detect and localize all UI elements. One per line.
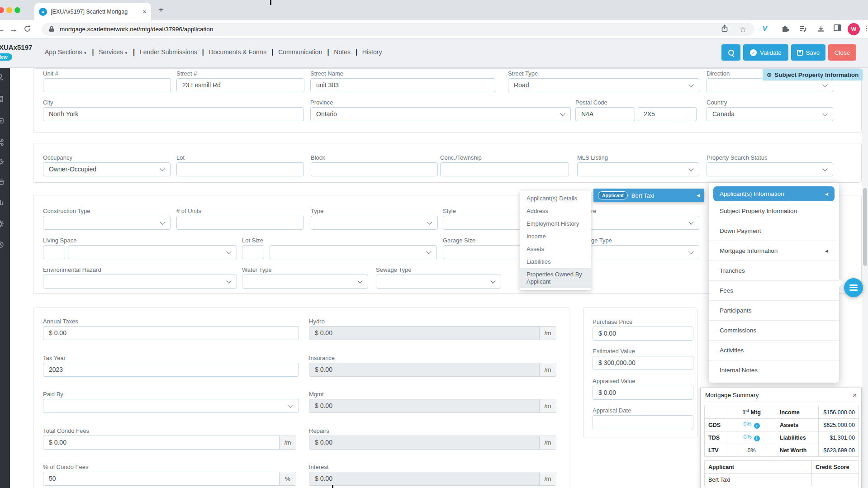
menu-item-activities[interactable]: Activities — [709, 341, 839, 360]
mgmt-input[interactable]: $ 0.00 — [309, 399, 540, 413]
lot-size-unit-select[interactable] — [270, 245, 437, 259]
total-condo-fees-input[interactable]: $ 0.00 — [43, 436, 280, 450]
menu-item-income[interactable]: Income — [520, 230, 591, 243]
side-panel-icon[interactable] — [834, 24, 841, 31]
lot-size-input[interactable] — [242, 245, 264, 259]
id-card-icon[interactable] — [0, 117, 5, 125]
clock-icon[interactable] — [0, 241, 5, 249]
browser-tab[interactable]: ▲ [EXUAx5197] Scarlett Mortgag × — [34, 3, 151, 20]
conc-township-input[interactable] — [440, 162, 569, 176]
menu-item-address[interactable]: Address — [520, 205, 591, 218]
gear-icon[interactable] — [0, 220, 5, 228]
card-icon[interactable] — [0, 178, 5, 186]
extensions-puzzle-icon[interactable] — [781, 25, 789, 35]
menu-item-assets[interactable]: Assets — [520, 243, 591, 256]
window-minimize-button[interactable] — [6, 7, 12, 13]
scrollbar-track[interactable] — [862, 68, 868, 488]
appraised-value-input[interactable]: $ 0.00 — [593, 386, 693, 400]
applicant-bar[interactable]: Applicant Bert Taxi ◀ — [593, 189, 704, 202]
close-button[interactable]: Close — [828, 44, 856, 61]
share-icon[interactable] — [721, 24, 728, 35]
vimeo-extension-icon[interactable]: v — [763, 24, 767, 32]
new-tab-button[interactable]: + — [158, 5, 164, 15]
living-space-unit-select[interactable] — [68, 245, 237, 259]
unit-input[interactable] — [43, 78, 171, 92]
environmental-hazard-select[interactable] — [43, 275, 237, 289]
mls-listing-select[interactable] — [577, 162, 699, 176]
nav-services[interactable]: Services▼ — [99, 48, 128, 56]
close-icon[interactable]: × — [853, 391, 857, 399]
floating-menu-button[interactable] — [844, 278, 863, 297]
nav-history[interactable]: History — [362, 48, 382, 56]
menu-item-internal-notes[interactable]: Internal Notes — [709, 360, 839, 380]
postal-code-input-2[interactable]: 2X5 — [638, 107, 697, 121]
block-input[interactable] — [311, 162, 438, 176]
bar-chart-icon[interactable] — [0, 198, 5, 206]
subject-property-info-tag[interactable]: ⊕ Subject Property Information — [763, 69, 863, 81]
insurance-input[interactable]: $ 0.00 — [309, 363, 540, 377]
download-icon[interactable] — [817, 25, 825, 35]
paid-by-select[interactable] — [43, 399, 299, 413]
menu-item-fees[interactable]: Fees — [709, 281, 839, 301]
save-button[interactable]: Save — [791, 44, 825, 61]
lot-input[interactable] — [176, 162, 304, 176]
menu-item-mortgage-information[interactable]: Mortgage Information ◀ — [709, 241, 839, 261]
country-select[interactable]: Canada — [707, 107, 833, 121]
street-number-input[interactable]: 23 Lesmill Rd — [176, 78, 304, 92]
postal-code-input-1[interactable]: N4A — [575, 107, 635, 121]
window-zoom-button[interactable] — [14, 7, 20, 13]
playlist-icon[interactable] — [799, 25, 807, 35]
nav-notes[interactable]: Notes — [334, 48, 351, 56]
occluded-select-1[interactable] — [580, 216, 699, 230]
province-select[interactable]: Ontario — [310, 107, 571, 121]
building-icon[interactable] — [0, 95, 5, 103]
occluded-select-2[interactable] — [580, 245, 699, 259]
validate-button[interactable]: ✓Validate — [743, 44, 788, 61]
address-bar[interactable]: mortgage.scarlettnetwork.net/mtg/deal/37… — [42, 23, 754, 36]
hydro-input[interactable]: $ 0.00 — [309, 326, 540, 340]
forward-icon[interactable]: → — [9, 24, 18, 35]
nav-lender-submissions[interactable]: Lender Submissions — [140, 48, 197, 56]
menu-item-subject-property[interactable]: Subject Property Information — [709, 201, 839, 221]
repairs-input[interactable]: $ 0.00 — [309, 436, 540, 450]
menu-item-participants[interactable]: Participants — [709, 301, 839, 321]
street-name-input[interactable]: unit 303 — [310, 78, 495, 92]
menu-item-employment-history[interactable]: Employment History — [520, 218, 591, 230]
num-units-input[interactable] — [176, 216, 304, 230]
menu-item-liabilities[interactable]: Liabilities — [520, 256, 591, 268]
city-input[interactable]: North York — [43, 107, 304, 121]
menu-item-applicant-details[interactable]: Applicant(s) Details — [520, 192, 591, 205]
menu-item-applicants-information[interactable]: Applicant(s) Information ◀ — [713, 186, 835, 201]
nav-documents-forms[interactable]: Documents & Forms — [209, 48, 267, 56]
search-button[interactable] — [721, 44, 740, 61]
tab-close-icon[interactable]: × — [142, 8, 147, 15]
info-icon[interactable] — [754, 436, 760, 441]
type-select[interactable] — [311, 216, 438, 230]
interest-input[interactable]: $ 0.00 — [309, 472, 540, 486]
purchase-price-input[interactable]: $ 0.00 — [593, 327, 693, 341]
street-type-select[interactable]: Road — [508, 78, 699, 92]
menu-item-commissions[interactable]: Commissions — [709, 321, 839, 341]
menu-item-tranches[interactable]: Tranches — [709, 261, 839, 281]
bookmark-star-icon[interactable]: ☆ — [740, 25, 746, 34]
water-type-select[interactable] — [242, 275, 368, 289]
info-icon[interactable] — [754, 423, 760, 429]
profile-avatar[interactable]: W — [848, 23, 860, 35]
scrollbar-thumb[interactable] — [863, 188, 867, 266]
construction-type-select[interactable] — [43, 216, 171, 230]
living-space-input[interactable] — [43, 245, 65, 259]
annual-taxes-input[interactable]: $ 0.00 — [43, 326, 299, 340]
browser-menu-dots-icon[interactable]: ⋮ — [863, 24, 868, 33]
tax-year-input[interactable]: 2023 — [43, 363, 299, 377]
back-icon[interactable]: ← — [0, 24, 5, 35]
occupancy-select[interactable]: Owner-Occupied — [43, 162, 171, 176]
appraisal-date-input[interactable] — [593, 415, 693, 429]
condo-fees-pct-input[interactable]: 50 — [43, 472, 280, 486]
nav-app-sections[interactable]: App Sections▼ — [45, 48, 87, 56]
person-icon[interactable] — [0, 73, 5, 81]
property-search-status-select[interactable] — [707, 162, 833, 176]
reload-icon[interactable] — [24, 24, 31, 35]
menu-item-down-payment[interactable]: Down Payment — [709, 221, 839, 241]
window-close-button[interactable] — [0, 7, 4, 13]
sewage-type-select[interactable] — [376, 275, 501, 289]
